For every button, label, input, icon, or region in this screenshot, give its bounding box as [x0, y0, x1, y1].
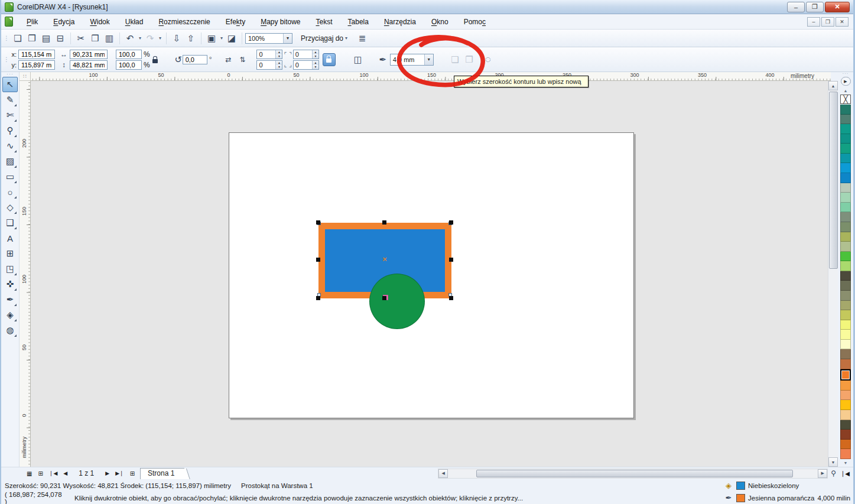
palette-color-20[interactable]	[840, 301, 851, 311]
palette-color-7[interactable]	[840, 173, 851, 183]
palette-color-3[interactable]	[840, 134, 851, 144]
vertical-ruler[interactable]: milimetry 200150100500	[19, 81, 31, 467]
tool-interactive-blend[interactable]: ◳	[2, 261, 18, 277]
x-position-field[interactable]	[18, 50, 55, 59]
object-manager-icon[interactable]: ▦	[24, 470, 35, 477]
tool-zoom[interactable]: ⚲	[2, 123, 18, 138]
palette-color-18[interactable]	[840, 281, 851, 291]
palette-color-9[interactable]	[840, 193, 851, 203]
tool-polygon[interactable]: ◇	[2, 200, 18, 215]
horizontal-scroll-thumb[interactable]	[476, 470, 793, 477]
options-icon[interactable]: ≣	[355, 32, 369, 45]
selection-handle-r[interactable]	[449, 258, 453, 262]
palette-color-6[interactable]	[840, 163, 851, 173]
scale-x-field[interactable]	[116, 50, 142, 59]
tool-crop[interactable]: ✄	[2, 108, 18, 123]
rotation-angle-field[interactable]	[183, 55, 207, 64]
palette-color-31[interactable]	[840, 410, 851, 420]
palette-color-17[interactable]	[840, 271, 851, 281]
selection-handle-l[interactable]	[316, 258, 320, 262]
menu-rozmieszczenie[interactable]: Rozmieszczenie	[151, 15, 217, 28]
palette-color-15[interactable]	[840, 252, 851, 262]
selection-handle-b[interactable]	[382, 296, 386, 300]
minimize-button[interactable]: –	[787, 2, 805, 12]
welcome-screen-icon[interactable]: ◪	[225, 32, 239, 45]
wrap-paragraph-text-icon[interactable]: ◫	[351, 53, 365, 66]
palette-color-29[interactable]	[840, 391, 851, 401]
propbar-grip[interactable]: ⋮	[4, 56, 8, 63]
y-position-field[interactable]	[18, 60, 55, 70]
palette-color-30[interactable]	[840, 400, 851, 410]
tool-shape[interactable]: ✎	[2, 92, 18, 108]
drawing-workspace[interactable]: ×	[31, 81, 831, 467]
tool-fill[interactable]: ◈	[2, 307, 18, 323]
palette-color-25[interactable]	[840, 349, 851, 359]
menu-pomoc[interactable]: Pomoc	[456, 15, 493, 28]
tool-eyedropper[interactable]: ✜	[2, 277, 18, 292]
object-width-field[interactable]	[70, 50, 108, 59]
print-icon[interactable]: ⊟	[53, 32, 67, 45]
vertical-scroll-thumb[interactable]	[829, 92, 838, 269]
palette-color-33[interactable]	[840, 430, 851, 440]
spin-down-icon[interactable]: ▼	[276, 65, 282, 69]
corner-radius-br-spinner[interactable]: 0 ▲▼	[293, 60, 319, 70]
add-page-icon[interactable]: ⊞	[35, 470, 45, 477]
fill-status-icon[interactable]: ◈	[724, 481, 733, 490]
mirror-horizontal-icon[interactable]: ⇄	[221, 53, 235, 66]
tool-smart-fill[interactable]: ▨	[2, 154, 18, 169]
menu-tekst[interactable]: Tekst	[308, 15, 340, 28]
spin-up-icon[interactable]: ▲	[276, 50, 282, 54]
tool-pick[interactable]: ↖	[2, 77, 18, 92]
menu-edycja[interactable]: Edycja	[45, 15, 82, 28]
palette-color-16[interactable]	[840, 261, 851, 271]
page-tab[interactable]: Strona 1	[140, 468, 184, 479]
scroll-right-icon[interactable]: ▶	[818, 469, 827, 478]
palette-color-21[interactable]	[840, 310, 851, 320]
palette-color-1[interactable]	[840, 115, 851, 125]
palette-color-19[interactable]	[840, 291, 851, 301]
doc-restore-button[interactable]: ❐	[821, 17, 834, 27]
palette-color-26[interactable]	[840, 359, 851, 369]
snap-to-label[interactable]: Przyciągaj do	[301, 34, 343, 43]
redo-icon[interactable]: ↷	[143, 32, 157, 45]
palette-color-8[interactable]	[840, 183, 851, 193]
menu-okno[interactable]: Okno	[424, 15, 456, 28]
new-icon[interactable]: ❏	[11, 32, 25, 45]
menu-układ[interactable]: Układ	[118, 15, 151, 28]
tool-outline-pen[interactable]: ✒	[2, 292, 18, 307]
zoom-dropdown-icon[interactable]: ▾	[283, 34, 292, 43]
ellipse-object[interactable]	[369, 274, 425, 329]
toolbar-grip[interactable]: ⋮	[4, 35, 8, 41]
doc-close-button[interactable]: ✕	[836, 17, 849, 27]
copy-icon[interactable]: ❒	[88, 32, 102, 45]
corner-radius-bl-spinner[interactable]: 0 ▲▼	[256, 60, 282, 70]
zoom-level-combo[interactable]: 100% ▾	[245, 33, 292, 44]
tool-rectangle[interactable]: ▭	[2, 169, 18, 184]
menu-efekty[interactable]: Efekty	[218, 15, 253, 28]
palette-color-14[interactable]	[840, 242, 851, 252]
spin-up-icon[interactable]: ▲	[313, 61, 318, 65]
palette-scroll-down-icon[interactable]: ▼	[840, 459, 851, 467]
menu-plik[interactable]: Plik	[19, 15, 45, 28]
close-button[interactable]: ✕	[825, 2, 850, 12]
selection-handle-tl[interactable]	[316, 220, 320, 225]
palette-color-11[interactable]	[840, 212, 851, 222]
toolbox-grip[interactable]: ···	[1, 72, 19, 77]
corner-radius-tr-spinner[interactable]: 0 ▲▼	[293, 50, 319, 59]
last-page-icon[interactable]: ▶❘	[112, 470, 126, 476]
palette-grip[interactable]: ···	[843, 72, 849, 76]
palette-color-28[interactable]	[840, 381, 851, 391]
doc-minimize-button[interactable]: –	[807, 17, 820, 27]
palette-color-0[interactable]	[840, 105, 851, 115]
add-page-icon-2[interactable]: ⊞	[127, 470, 138, 477]
palette-color-27[interactable]	[840, 369, 851, 381]
cut-icon[interactable]: ✂	[74, 32, 88, 45]
palette-flyout-icon[interactable]: ▶	[841, 77, 851, 86]
selection-handle-tr[interactable]	[449, 220, 453, 225]
spin-up-icon[interactable]: ▲	[276, 61, 282, 65]
palette-color-22[interactable]	[840, 320, 851, 330]
open-icon[interactable]: ❐	[25, 32, 39, 45]
object-height-field[interactable]	[70, 60, 108, 70]
scale-y-field[interactable]	[116, 60, 142, 70]
palette-color-35[interactable]	[840, 449, 851, 459]
